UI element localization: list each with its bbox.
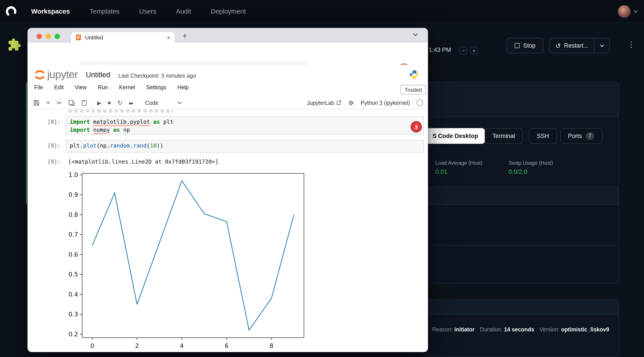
reason-label: Reason: <box>432 326 453 333</box>
cell-type-select[interactable]: Code <box>145 100 158 106</box>
svg-text:1.0: 1.0 <box>68 172 78 178</box>
input-prompt: [8]: <box>35 119 60 125</box>
restart-dropdown-button[interactable] <box>594 38 609 53</box>
gear-icon[interactable] <box>348 100 354 106</box>
ssh-button[interactable]: SSH <box>529 128 557 144</box>
kernel-name[interactable]: Python 3 (ipykernel) <box>360 100 410 106</box>
save-icon[interactable] <box>33 100 40 106</box>
code-cell-input[interactable]: plt.plot(np.random.rand(10)) <box>66 140 424 153</box>
stop-square-icon <box>515 43 520 48</box>
python-logo-icon <box>409 70 419 80</box>
browser-tab[interactable]: Untitled × <box>71 32 174 43</box>
menu-help[interactable]: Help <box>177 84 189 90</box>
version-label: Version: <box>540 326 560 333</box>
tab-close-icon[interactable]: × <box>167 34 170 41</box>
duration-label: Duration: <box>480 326 502 333</box>
menu-edit[interactable]: Edit <box>54 84 64 90</box>
ports-button-label: Ports <box>568 133 582 139</box>
topnav-item-deployment[interactable]: Deployment <box>211 8 246 15</box>
close-traffic-light[interactable] <box>36 34 42 39</box>
user-avatar[interactable] <box>618 5 631 18</box>
trusted-button[interactable]: Trusted <box>400 85 426 94</box>
active-indicator-line <box>26 82 27 204</box>
puzzle-icon[interactable] <box>7 38 21 52</box>
input-prompt: [9]: <box>35 142 60 149</box>
ports-button[interactable]: Ports 7 <box>560 128 602 144</box>
checkpoint-status: Last Checkpoint: 3 minutes ago <box>118 73 196 79</box>
browser-window: Untitled × + ← → ↻ 5555--main--test--mat… <box>28 28 428 352</box>
restart-button[interactable]: ↺ Restart... <box>550 38 594 53</box>
maximize-traffic-light[interactable] <box>54 34 60 39</box>
cell-type-chevron-icon[interactable] <box>177 101 182 104</box>
restart-kernel-icon[interactable]: ↻ <box>117 100 122 106</box>
panel-row <box>424 187 619 205</box>
paste-cell-icon[interactable] <box>81 100 87 106</box>
panel-row <box>424 205 619 246</box>
clock-time: 1:43 PM <box>429 46 451 53</box>
svg-text:8: 8 <box>270 342 273 349</box>
stop-button[interactable]: Stop <box>507 38 544 54</box>
tab-strip: Untitled × + <box>28 28 428 43</box>
new-tab-button[interactable]: + <box>179 30 191 42</box>
load-average-value: 0.01 <box>435 168 447 175</box>
jupyterlab-link[interactable]: JupyterLab <box>307 100 341 106</box>
jupyter-logo-icon <box>33 68 46 81</box>
restart-button-group: ↺ Restart... <box>549 38 610 54</box>
topnav-item-workspaces[interactable]: Workspaces <box>31 8 70 15</box>
svg-text:0.3: 0.3 <box>68 311 78 318</box>
tab-search-chevron-icon[interactable] <box>413 33 418 37</box>
restart-icon: ↺ <box>555 42 561 50</box>
topnav-item-templates[interactable]: Templates <box>90 8 120 15</box>
code-desktop-button[interactable]: S Code Desktop <box>426 128 485 144</box>
svg-text:0.8: 0.8 <box>68 211 78 218</box>
top-navbar: WorkspacesTemplatesUsersAuditDeployment <box>0 0 644 23</box>
screen: WorkspacesTemplatesUsersAuditDeployment … <box>0 0 644 357</box>
menu-view[interactable]: View <box>75 84 87 90</box>
kernel-status-icon <box>416 100 423 106</box>
menu-kernel[interactable]: Kernel <box>119 84 135 90</box>
zoom-in-button[interactable]: + <box>470 47 478 54</box>
output-prompt: [9]: <box>35 158 60 165</box>
notebook-title[interactable]: Untitled <box>86 70 110 79</box>
notebook-favicon <box>75 34 82 41</box>
jupyter-menubar: FileEditViewRunKernelSettingsHelp <box>34 84 189 90</box>
workspace-menu-kebab-icon[interactable]: ⋮ <box>627 41 635 48</box>
run-cell-icon[interactable]: ▶ <box>97 100 101 105</box>
zoom-out-button[interactable]: − <box>460 47 467 54</box>
external-link-icon <box>336 100 341 105</box>
topnav-item-users[interactable]: Users <box>139 8 156 15</box>
reason-value: initiator <box>454 326 474 333</box>
add-cell-icon[interactable]: + <box>46 99 50 106</box>
browser-toolbar: ← → ↻ 5555--main--test--matifali.atif.cd… <box>28 43 428 66</box>
coder-logo-icon[interactable] <box>5 5 17 17</box>
menu-settings[interactable]: Settings <box>146 84 166 90</box>
notification-badge: 3 <box>411 121 422 132</box>
jupyterlab-link-label: JupyterLab <box>307 100 334 106</box>
jupyter-wordmark: jupyter <box>47 68 78 81</box>
minimize-traffic-light[interactable] <box>46 34 51 39</box>
stop-button-label: Stop <box>523 42 536 49</box>
load-average-label: Load Average (Host) <box>435 160 482 166</box>
menu-run[interactable]: Run <box>98 84 108 90</box>
cut-cell-icon[interactable]: ✂ <box>57 100 62 106</box>
clipped-cell-sliver <box>68 110 173 112</box>
swap-usage-value: 0.0/2.0 <box>508 168 528 175</box>
user-menu-chevron-icon[interactable] <box>633 10 638 13</box>
terminal-button[interactable]: Terminal <box>485 128 523 144</box>
code-cell-input[interactable]: import matplotlib.pyplot as pltimport nu… <box>66 116 424 135</box>
build-info: Reason: initiator Duration: 14 seconds V… <box>432 326 609 333</box>
build-panel-header <box>424 299 619 314</box>
menu-file[interactable]: File <box>34 84 43 90</box>
svg-text:0.5: 0.5 <box>68 271 78 278</box>
chart-svg: 0.20.30.40.50.60.70.80.91.002468 <box>66 170 313 352</box>
svg-text:0.4: 0.4 <box>68 291 78 298</box>
version-value: optimistic_liskov9 <box>561 326 609 333</box>
run-all-icon[interactable]: ▸▸ <box>129 100 133 105</box>
interrupt-kernel-icon[interactable]: ■ <box>108 100 111 105</box>
panel-row <box>424 82 619 117</box>
topnav: WorkspacesTemplatesUsersAuditDeployment <box>31 8 246 15</box>
restart-button-label: Restart... <box>564 42 588 49</box>
duration-value: 14 seconds <box>504 326 534 333</box>
topnav-item-audit[interactable]: Audit <box>176 8 191 15</box>
copy-cell-icon[interactable] <box>68 100 74 106</box>
